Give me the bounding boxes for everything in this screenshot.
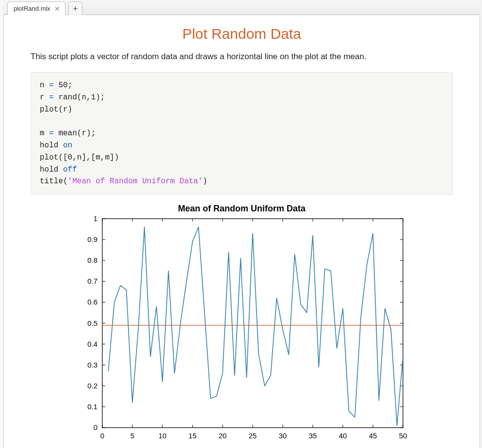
svg-text:20: 20 <box>218 432 226 440</box>
svg-text:40: 40 <box>338 432 347 440</box>
svg-text:35: 35 <box>308 432 317 440</box>
svg-text:0.7: 0.7 <box>87 277 97 285</box>
svg-text:1: 1 <box>93 214 97 223</box>
svg-text:0.1: 0.1 <box>87 402 97 411</box>
chart-svg: 0510152025303540455000.10.20.30.40.50.60… <box>72 214 412 444</box>
page-description: This script plots a vector of random dat… <box>31 52 453 62</box>
plus-icon: + <box>73 4 78 13</box>
new-tab-button[interactable]: + <box>68 1 82 15</box>
right-gutter <box>480 0 482 448</box>
document-inner: Plot Random Data This script plots a vec… <box>13 20 470 446</box>
svg-text:30: 30 <box>278 432 287 440</box>
document-area: Plot Random Data This script plots a vec… <box>3 15 480 446</box>
chart-box: Mean of Random Uniform Data 051015202530… <box>72 202 412 446</box>
svg-text:0.4: 0.4 <box>87 340 97 348</box>
svg-text:0.8: 0.8 <box>87 256 97 264</box>
svg-text:45: 45 <box>369 432 377 440</box>
svg-text:10: 10 <box>158 432 166 440</box>
svg-text:0.6: 0.6 <box>87 298 97 306</box>
svg-text:5: 5 <box>130 432 134 440</box>
svg-text:0.2: 0.2 <box>87 382 97 390</box>
svg-text:50: 50 <box>399 432 407 440</box>
svg-text:0.9: 0.9 <box>87 235 97 243</box>
tab-plotrand[interactable]: plotRand.mlx ✕ <box>7 1 65 15</box>
close-icon[interactable]: ✕ <box>54 5 60 12</box>
svg-text:0: 0 <box>100 432 104 440</box>
app-window: plotRand.mlx ✕ + Plot Random Data This s… <box>0 0 482 448</box>
svg-rect-0 <box>102 219 403 428</box>
chart-title: Mean of Random Uniform Data <box>72 204 412 214</box>
tab-bar: plotRand.mlx ✕ + <box>3 0 480 15</box>
svg-text:25: 25 <box>248 432 257 440</box>
chart-output: Mean of Random Uniform Data 051015202530… <box>31 202 453 446</box>
svg-text:0.3: 0.3 <box>87 361 97 369</box>
tab-label: plotRand.mlx <box>14 5 50 12</box>
page-title: Plot Random Data <box>31 26 453 42</box>
svg-text:0.5: 0.5 <box>87 319 97 327</box>
svg-text:15: 15 <box>188 432 196 440</box>
left-gutter <box>0 0 4 448</box>
svg-text:0: 0 <box>93 423 97 432</box>
code-block[interactable]: n = 50; r = rand(n,1); plot(r) m = mean(… <box>31 72 453 195</box>
